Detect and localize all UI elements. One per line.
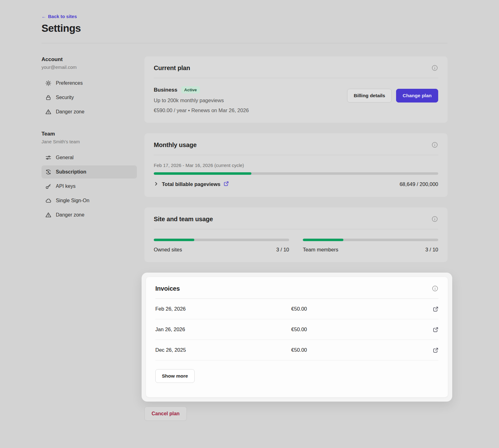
owned-sites-label: Owned sites [154, 247, 182, 253]
sidebar-item-general[interactable]: General [41, 151, 137, 164]
invoices-spotlight: Invoices Feb 26, 2026 €50.00 [142, 273, 452, 402]
invoice-date: Dec 26, 2025 [155, 347, 291, 353]
pageviews-progress-fill [154, 172, 251, 175]
invoice-row: Dec 26, 2025 €50.00 [155, 340, 438, 360]
back-to-sites-link[interactable]: ← Back to sites [41, 14, 77, 19]
sidebar-item-label: API keys [56, 183, 75, 189]
open-invoice-icon[interactable] [433, 327, 438, 332]
sidebar-item-label: Subscription [56, 169, 86, 175]
current-plan-card: Current plan Business Active Up to 200k … [144, 56, 448, 123]
open-invoice-icon[interactable] [433, 347, 438, 353]
gear-icon [45, 80, 51, 86]
open-invoice-icon[interactable] [433, 306, 438, 312]
card-divider [154, 229, 438, 229]
team-members-meter: Team members 3 / 10 [303, 239, 438, 253]
settings-main: Current plan Business Active Up to 200k … [144, 56, 448, 421]
owned-sites-progress-fill [154, 239, 194, 241]
sidebar-section-team: Team Jane Smith's team General [41, 131, 137, 222]
team-members-progress-bar [303, 239, 438, 241]
status-badge: Active [181, 86, 200, 93]
warning-triangle-icon [45, 109, 51, 115]
owned-sites-value: 3 / 10 [276, 247, 289, 253]
team-members-progress-fill [303, 239, 343, 241]
site-team-usage-title: Site and team usage [154, 216, 213, 223]
invoices-title: Invoices [155, 285, 180, 292]
cancel-plan-button[interactable]: Cancel plan [144, 407, 187, 421]
invoices-card: Invoices Feb 26, 2026 €50.00 [146, 277, 448, 397]
team-name: Jane Smith's team [41, 139, 137, 144]
cloud-icon [45, 198, 51, 204]
warning-triangle-icon [45, 212, 51, 218]
sidebar-item-single-sign-on[interactable]: Single Sign-On [41, 194, 137, 207]
sliders-icon [45, 155, 51, 161]
sidebar-item-label: Danger zone [56, 212, 85, 218]
owned-sites-progress-bar [154, 239, 289, 241]
plan-name: Business [154, 87, 177, 93]
billing-details-button[interactable]: Billing details [347, 89, 392, 102]
sidebar-item-danger-zone-account[interactable]: Danger zone [41, 105, 137, 118]
invoice-row: Jan 26, 2026 €50.00 [155, 319, 438, 340]
invoice-row: Feb 26, 2026 €50.00 [155, 299, 438, 319]
plan-description: Up to 200k monthly pageviews [154, 98, 249, 103]
monthly-usage-card: Monthly usage Feb 17, 2026 - Mar 16, 202… [144, 133, 448, 197]
card-divider [154, 155, 438, 155]
sidebar-item-label: Danger zone [56, 109, 85, 115]
billable-pageviews-label: Total billable pageviews [162, 181, 220, 187]
plan-billing-line: €590.00 / year • Renews on Mar 26, 2026 [154, 107, 249, 113]
sidebar-item-api-keys[interactable]: API keys [41, 180, 137, 193]
sidebar-item-preferences[interactable]: Preferences [41, 77, 137, 90]
team-heading: Team [41, 131, 137, 137]
arrow-left-icon: ← [41, 14, 46, 19]
pageviews-progress-bar [154, 172, 438, 175]
invoice-amount: €50.00 [291, 306, 433, 312]
change-plan-button[interactable]: Change plan [396, 89, 438, 102]
lock-icon [45, 94, 51, 101]
recurring-payment-icon: $ [45, 169, 51, 175]
plan-info: Business Active Up to 200k monthly pagev… [154, 86, 249, 113]
sidebar-item-label: Preferences [56, 80, 83, 86]
card-divider [154, 78, 438, 78]
team-members-label: Team members [303, 247, 338, 253]
sidebar-item-security[interactable]: Security [41, 91, 137, 104]
sidebar-item-danger-zone-team[interactable]: Danger zone [41, 208, 137, 222]
info-icon[interactable] [432, 285, 438, 292]
info-icon[interactable] [431, 141, 438, 148]
sidebar-item-subscription[interactable]: $ Subscription [41, 165, 137, 179]
invoice-date: Jan 26, 2026 [155, 326, 291, 332]
back-link-label: Back to sites [48, 14, 77, 19]
svg-text:$: $ [47, 170, 49, 174]
sidebar-item-label: Single Sign-On [56, 198, 90, 203]
header-divider [41, 43, 448, 43]
show-more-button[interactable]: Show more [155, 369, 195, 383]
owned-sites-meter: Owned sites 3 / 10 [154, 239, 289, 253]
info-icon[interactable] [431, 216, 438, 222]
settings-sidebar: Account your@email.com Preferences Secur… [41, 56, 137, 421]
chevron-right-icon[interactable] [154, 181, 159, 188]
page-title: Settings [41, 22, 448, 34]
sidebar-section-account: Account your@email.com Preferences Secur… [41, 56, 137, 118]
external-link-icon[interactable] [224, 181, 229, 188]
monthly-usage-title: Monthly usage [154, 141, 196, 149]
key-icon [45, 183, 51, 189]
billable-pageviews-value: 68,649 / 200,000 [400, 181, 438, 187]
current-plan-title: Current plan [154, 64, 190, 72]
billing-cycle-label: Feb 17, 2026 - Mar 16, 2026 (current cyc… [154, 163, 438, 168]
site-team-usage-card: Site and team usage Owned sites 3 / 10 [144, 207, 448, 262]
sidebar-item-label: Security [56, 95, 74, 100]
invoice-amount: €50.00 [291, 326, 433, 332]
account-heading: Account [41, 56, 137, 63]
invoice-date: Feb 26, 2026 [155, 306, 291, 312]
sidebar-item-label: General [56, 155, 74, 160]
info-icon[interactable] [431, 64, 438, 71]
invoice-amount: €50.00 [291, 347, 433, 353]
account-email: your@email.com [41, 64, 137, 70]
settings-page: ← Back to sites Settings Account your@em… [0, 0, 499, 448]
team-members-value: 3 / 10 [425, 247, 438, 253]
